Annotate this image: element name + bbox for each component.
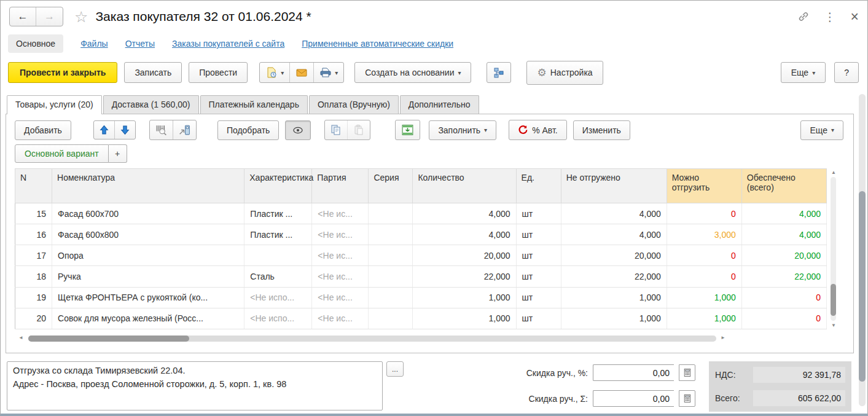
cell-series[interactable] — [369, 224, 413, 245]
column-header[interactable]: Не отгружено — [561, 169, 667, 203]
cell-unit[interactable]: шт — [516, 287, 561, 308]
copy-rows-button[interactable] — [325, 120, 347, 139]
cell-series[interactable] — [369, 287, 413, 308]
cell-batch[interactable]: <Не ис... — [312, 266, 369, 287]
cell-qty[interactable]: 4,000 — [413, 203, 516, 224]
tab-goods-services[interactable]: Товары, услуги (20) — [7, 95, 102, 114]
create-based-on-button[interactable]: Создать на основании ▾ — [354, 62, 471, 83]
scrollbar-thumb[interactable] — [831, 284, 836, 316]
cell-qty[interactable]: 20,000 — [413, 245, 516, 266]
cell-name[interactable]: Совок для мусора железный (Росс... — [52, 308, 244, 329]
cell-not_shipped[interactable]: 4,000 — [561, 224, 667, 245]
calculator-button[interactable] — [679, 390, 695, 407]
cell-provided[interactable]: 22,000 — [741, 266, 826, 287]
favorite-star-icon[interactable]: ☆ — [74, 8, 88, 26]
post-button[interactable]: Провести — [189, 62, 248, 83]
column-header[interactable]: Ед. — [516, 169, 561, 203]
cell-unit[interactable]: шт — [516, 266, 561, 287]
discount-pct-input[interactable] — [593, 364, 674, 381]
comment-expand-button[interactable]: ... — [386, 361, 404, 377]
cell-can_ship[interactable]: 1,000 — [667, 308, 741, 329]
cell-not_shipped[interactable]: 1,000 — [561, 287, 667, 308]
cell-characteristic[interactable] — [244, 245, 312, 266]
column-header[interactable]: Обеспечено (всего) — [741, 169, 826, 203]
cell-batch[interactable]: <Не ис... — [312, 224, 369, 245]
cell-name[interactable]: Щетка ФРОНТЬЕРА с рукояткой (ко... — [52, 287, 244, 308]
settings-button[interactable]: ⚙ Настройка — [526, 61, 603, 85]
column-header[interactable]: Партия — [312, 169, 369, 203]
send-email-button[interactable] — [289, 63, 313, 82]
table-horizontal-scrollbar[interactable]: ◄ ► — [16, 334, 842, 343]
nav-item-files[interactable]: Файлы — [80, 39, 108, 49]
table-vertical-scrollbar[interactable]: ▲ ▼ — [829, 168, 839, 329]
variant-add-button[interactable]: + — [109, 144, 127, 163]
column-header[interactable]: Можно отгрузить — [667, 169, 741, 203]
table-row[interactable]: 18РучкаСталь<Не ис...22,000шт22,000022,0… — [15, 266, 827, 287]
cell-n[interactable]: 19 — [15, 287, 52, 308]
cell-characteristic[interactable]: Пластик ... — [244, 224, 312, 245]
cell-not_shipped[interactable]: 20,000 — [561, 245, 667, 266]
cell-provided[interactable]: 0 — [741, 287, 826, 308]
cell-not_shipped[interactable]: 1,000 — [561, 308, 667, 329]
discount-sum-input[interactable] — [593, 390, 674, 407]
table-row[interactable]: 16Фасад 600x800Пластик ...<Не ис...4,000… — [15, 224, 827, 245]
nav-item-reports[interactable]: Отчеты — [125, 39, 155, 49]
cell-name[interactable]: Ручка — [52, 266, 244, 287]
copy-link-button[interactable] — [797, 10, 810, 23]
nav-item-auto-discounts[interactable]: Примененные автоматические скидки — [302, 39, 453, 49]
fill-table-button[interactable] — [395, 120, 420, 140]
cell-can_ship[interactable]: 0 — [667, 245, 741, 266]
cell-qty[interactable]: 1,000 — [413, 287, 516, 308]
move-up-button[interactable] — [94, 121, 114, 139]
column-header[interactable]: Характеристика — [244, 169, 312, 203]
cell-provided[interactable]: 4,000 — [741, 224, 826, 245]
scroll-left-icon[interactable]: ◄ — [18, 335, 23, 340]
save-button[interactable]: Записать — [124, 62, 182, 83]
post-and-close-button[interactable]: Провести и закрыть — [8, 62, 117, 83]
cell-can_ship[interactable]: 0 — [667, 203, 741, 224]
cell-characteristic[interactable]: <Не испо... — [244, 287, 312, 308]
cell-can_ship[interactable]: 0 — [667, 266, 741, 287]
scroll-right-icon[interactable]: ► — [721, 335, 725, 340]
cell-unit[interactable]: шт — [516, 203, 561, 224]
tab-payment[interactable]: Оплата (Вручную) — [309, 95, 399, 114]
cell-series[interactable] — [369, 308, 413, 329]
nav-item-site-orders[interactable]: Заказы покупателей с сайта — [172, 39, 284, 49]
cell-not_shipped[interactable]: 22,000 — [561, 266, 667, 287]
scrollbar-thumb[interactable] — [859, 191, 866, 382]
forward-button[interactable]: → — [36, 7, 63, 26]
nav-item-main[interactable]: Основное — [8, 34, 63, 53]
barcode-search-button[interactable] — [150, 120, 173, 139]
comment-field[interactable]: Отгрузка со склада Тимирязевский 22.04. … — [7, 361, 383, 410]
cell-n[interactable]: 15 — [15, 203, 52, 224]
print-button[interactable]: ▾ — [313, 63, 343, 82]
cell-name[interactable]: Фасад 600x800 — [52, 224, 244, 245]
cell-characteristic[interactable]: Сталь — [244, 266, 312, 287]
cell-provided[interactable]: 20,000 — [741, 245, 826, 266]
cell-qty[interactable]: 1,000 — [413, 308, 516, 329]
cell-series[interactable] — [369, 203, 413, 224]
paste-rows-button[interactable] — [347, 120, 370, 139]
more-button[interactable]: Еще ▾ — [781, 62, 826, 83]
cell-qty[interactable]: 4,000 — [413, 224, 516, 245]
cell-unit[interactable]: шт — [516, 245, 561, 266]
variant-button[interactable]: Основной вариант — [15, 144, 109, 163]
cell-provided[interactable]: 4,000 — [741, 203, 826, 224]
table-row[interactable]: 19Щетка ФРОНТЬЕРА с рукояткой (ко...<Не … — [15, 287, 827, 308]
column-header[interactable]: Серия — [369, 169, 413, 203]
tab-delivery[interactable]: Доставка (1 560,00) — [103, 95, 199, 114]
table-row[interactable]: 15Фасад 600x700Пластик ...<Не ис...4,000… — [15, 203, 827, 224]
cell-series[interactable] — [369, 266, 413, 287]
fill-menu-button[interactable]: Заполнить ▾ — [429, 120, 496, 140]
calculator-button[interactable] — [679, 364, 695, 381]
edit-button[interactable]: Изменить — [573, 120, 630, 140]
cell-characteristic[interactable]: Пластик ... — [244, 203, 312, 224]
cell-batch[interactable]: <Не ис... — [312, 308, 369, 329]
column-header[interactable]: Номенклатура — [52, 169, 244, 203]
column-header[interactable]: N — [15, 169, 52, 203]
table-row[interactable]: 20Совок для мусора железный (Росс...<Не … — [15, 308, 827, 329]
cell-n[interactable]: 20 — [15, 308, 52, 329]
cell-batch[interactable]: <Не ис... — [312, 203, 369, 224]
cell-n[interactable]: 18 — [15, 266, 52, 287]
column-header[interactable]: Количество — [413, 169, 516, 203]
